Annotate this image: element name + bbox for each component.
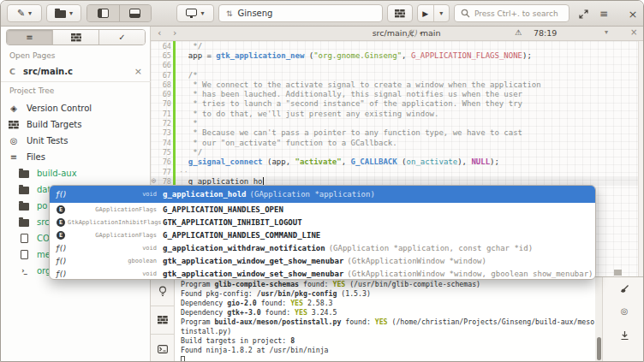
editor-scrollbar[interactable] xyxy=(638,41,644,276)
code-line[interactable]: 76 g_signal_connect (app, "activate", G_… xyxy=(151,157,644,167)
tab-terminal[interactable] xyxy=(151,335,174,362)
open-pages-label: Open Pages xyxy=(9,51,55,60)
code-line[interactable]: 68 * We connect to the activate signal t… xyxy=(151,80,644,89)
file-icon xyxy=(18,250,30,259)
close-page-icon[interactable]: × xyxy=(134,66,142,77)
global-search-input[interactable]: Press Ctrl+. to search xyxy=(454,4,569,22)
record-output-button[interactable]: ◎ xyxy=(603,306,644,316)
toggle-left-panel-button[interactable] xyxy=(87,5,119,21)
open-file-button[interactable]: ▾ xyxy=(46,4,81,22)
scrollbar-thumb[interactable] xyxy=(597,337,601,360)
perspective-menu-button[interactable]: ✎ ▾ xyxy=(7,4,42,22)
window-close-button[interactable]: × xyxy=(624,5,641,22)
resize-grip[interactable] xyxy=(614,270,622,276)
hamburger-icon: ≡ xyxy=(599,8,608,20)
panel-toggle-group xyxy=(86,4,152,22)
tab-build-panel[interactable] xyxy=(52,30,98,45)
nav-back-icon[interactable]: ‹ xyxy=(158,27,161,39)
tree-item[interactable]: ≡Files xyxy=(1,149,151,165)
save-output-button[interactable] xyxy=(603,330,644,341)
build-targets-icon xyxy=(8,121,20,129)
warning-icon[interactable]: ⚠ xyxy=(515,28,522,37)
download-icon xyxy=(620,330,629,341)
tree-item-label: Version Control xyxy=(27,104,92,113)
code-text: * Because we can't pass a pointer to any… xyxy=(179,128,522,137)
code-line[interactable]: 66 xyxy=(151,61,644,70)
tab-tests-panel[interactable]: ✓ xyxy=(98,30,145,45)
code-line[interactable]: 75 */ xyxy=(151,147,644,157)
tree-item[interactable]: build-aux xyxy=(1,165,151,181)
menu-button[interactable]: ≡ xyxy=(594,5,613,22)
fullscreen-button[interactable] xyxy=(574,5,593,22)
code-line[interactable]: 67 /* xyxy=(151,70,644,80)
tab-build-output[interactable] xyxy=(151,306,174,335)
code-text: * our "on_activate" function to a GCallb… xyxy=(179,139,397,147)
code-line[interactable]: 73 * Because we can't pass a pointer to … xyxy=(151,128,644,138)
code-line[interactable]: 64 */ xyxy=(151,41,644,50)
change-bar xyxy=(173,118,176,128)
code-line[interactable]: 72 * xyxy=(151,118,644,128)
change-bar xyxy=(173,167,176,176)
version-control-icon: ◈ xyxy=(8,104,20,113)
toggle-bottom-panel-button[interactable] xyxy=(119,5,152,21)
folder-icon xyxy=(18,169,30,178)
clear-output-button[interactable] xyxy=(603,284,644,294)
output-scrollbar[interactable] xyxy=(595,277,602,362)
tree-item[interactable]: ◎Unit Tests xyxy=(1,133,151,149)
code-text: * We connect to the activate signal to c… xyxy=(179,80,541,89)
pencil-icon: ✎ xyxy=(17,8,25,19)
code-line[interactable]: 71 * to do that, we'll just present any … xyxy=(151,109,644,118)
return-type: GtkApplicationInhibitFlags xyxy=(68,219,157,226)
run-options-button[interactable]: ▾ xyxy=(433,5,450,21)
build-button[interactable] xyxy=(387,4,413,22)
return-type: GApplicationFlags xyxy=(68,232,157,239)
check-icon: ✓ xyxy=(118,33,125,42)
cursor-position: 78:19 xyxy=(534,28,557,38)
line-number: 73 xyxy=(151,128,171,137)
change-bar xyxy=(173,89,176,98)
code-line[interactable]: 77·· xyxy=(151,167,644,176)
symbol-breadcrumb[interactable]: ƒ() main xyxy=(408,28,441,38)
tree-item[interactable]: Build Targets xyxy=(1,116,151,133)
completion-params: (GApplication *application) xyxy=(250,190,375,199)
script-icon: ›_ xyxy=(18,267,30,275)
code-text: * has been lauched. Additionally, this s… xyxy=(179,90,522,98)
c-language-icon: C xyxy=(9,67,20,76)
completion-item[interactable]: ƒ()voidg_application_hold(GApplication *… xyxy=(50,186,595,203)
completion-item[interactable]: ƒ()gbooleangtk_application_window_get_sh… xyxy=(50,254,595,267)
editor-tab-bar: ‹ › src/main.c • ƒ() main ⚠ 78:19 ▾ × xyxy=(151,27,644,41)
tab-project-tree[interactable]: ≡ xyxy=(7,30,52,45)
open-page-item[interactable]: C src/main.c × xyxy=(1,62,151,80)
files-icon: ≡ xyxy=(8,152,20,162)
omnibar-project-button[interactable]: ⇅ Ginseng xyxy=(218,4,383,22)
completion-item[interactable]: ƒ()voidg_application_withdraw_notificati… xyxy=(50,241,595,254)
tree-item-label: src xyxy=(37,217,50,227)
code-line[interactable]: 74 * our "on_activate" function to a GCa… xyxy=(151,138,644,147)
bricks-icon xyxy=(158,316,168,324)
tab-options-icon[interactable]: ▾ xyxy=(605,28,608,36)
completion-item[interactable]: EGtkApplicationInhibitFlagsGTK_APPLICATI… xyxy=(50,216,595,228)
line-number: 72 xyxy=(151,119,171,128)
code-line[interactable]: 69 * has been lauched. Additionally, thi… xyxy=(151,89,644,98)
bottom-panel-tabs xyxy=(151,277,175,362)
change-bar xyxy=(173,109,176,118)
bricks-icon xyxy=(395,9,405,18)
completion-item[interactable]: ƒ()voidgtk_application_window_set_show_m… xyxy=(50,267,595,280)
project-name: Ginseng xyxy=(238,9,273,18)
line-number: 65 xyxy=(151,51,171,60)
tree-item[interactable]: ◈Version Control xyxy=(1,100,151,116)
close-icon: × xyxy=(629,8,638,21)
build-output-log[interactable]: Program glib-compile-schemas found: YES … xyxy=(176,278,594,362)
code-line[interactable]: 65 app = gtk_application_new ("org.gnome… xyxy=(151,50,644,60)
tab-messages[interactable] xyxy=(151,277,174,306)
run-button[interactable]: ▶ xyxy=(418,5,433,21)
device-selector-button[interactable]: ▾ xyxy=(176,4,214,22)
nav-forward-icon[interactable]: › xyxy=(173,27,176,39)
close-editor-icon[interactable]: × xyxy=(630,27,637,37)
completion-item[interactable]: EGApplicationFlagsG_APPLICATION_HANDLES_… xyxy=(50,228,595,241)
completion-name: G_APPLICATION_HANDLES_COMMAND_LINE xyxy=(163,231,320,240)
tree-item-label: Unit Tests xyxy=(27,136,68,145)
code-line[interactable]: 70 * tries to launch a "second instance"… xyxy=(151,99,644,109)
change-bar xyxy=(173,138,176,147)
completion-item[interactable]: EGApplicationFlagsG_APPLICATION_HANDLES_… xyxy=(50,203,595,216)
